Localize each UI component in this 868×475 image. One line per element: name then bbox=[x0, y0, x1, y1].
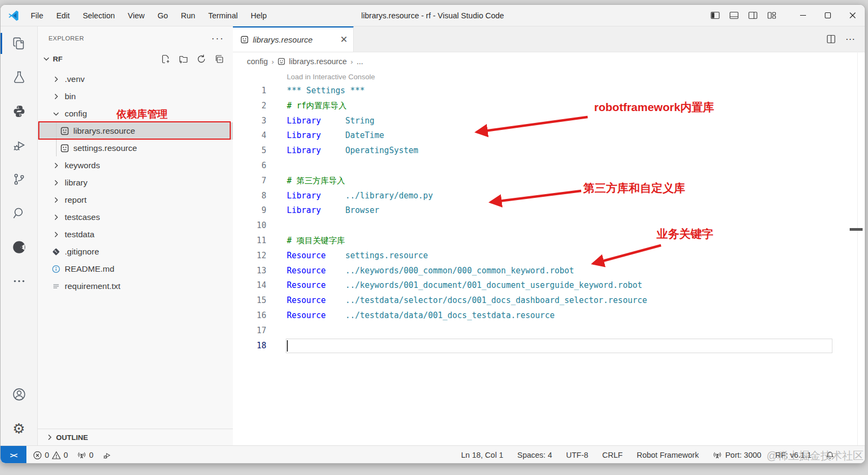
debug-status[interactable] bbox=[102, 451, 112, 460]
code-line-15[interactable]: 15Resource ../testdata/selector/docs/001… bbox=[233, 293, 865, 308]
ports-status[interactable]: 0 bbox=[77, 451, 93, 460]
tree-item-bin[interactable]: bin bbox=[38, 88, 233, 105]
chevron-right-icon bbox=[45, 433, 54, 442]
editor-group: librarys.resource ✕ ··· config › library… bbox=[233, 26, 865, 445]
toggle-secondary-sidebar-icon[interactable] bbox=[748, 11, 757, 20]
testing-icon[interactable] bbox=[1, 60, 37, 94]
tree-item-label: requirement.txt bbox=[65, 281, 120, 291]
customize-layout-icon[interactable] bbox=[767, 11, 776, 20]
code-line-16[interactable]: 16Resource ../testdata/data/001_docs_tes… bbox=[233, 308, 865, 323]
new-file-icon[interactable] bbox=[161, 54, 171, 64]
tree-item-keywords[interactable]: keywords bbox=[38, 157, 233, 174]
menu-item-terminal[interactable]: Terminal bbox=[203, 9, 243, 22]
editor-scrollbar[interactable] bbox=[857, 52, 865, 445]
code-lens-link[interactable]: Load in Interactive Console bbox=[233, 71, 865, 84]
menu-item-view[interactable]: View bbox=[122, 9, 150, 22]
menu-item-go[interactable]: Go bbox=[152, 9, 173, 22]
more-views-icon[interactable] bbox=[1, 264, 37, 298]
new-folder-icon[interactable] bbox=[178, 54, 189, 64]
text-file-icon bbox=[52, 282, 60, 291]
menu-item-selection[interactable]: Selection bbox=[77, 9, 120, 22]
code-text: Library DateTime bbox=[266, 128, 384, 143]
explorer-more-actions-icon[interactable]: ··· bbox=[211, 33, 224, 44]
account-icon[interactable] bbox=[1, 377, 37, 411]
tree-item-readme-md[interactable]: README.md bbox=[38, 260, 233, 278]
line-number: 16 bbox=[233, 308, 266, 323]
close-window-button[interactable] bbox=[840, 5, 865, 26]
breadcrumb-symbol[interactable]: ... bbox=[357, 57, 363, 66]
chevron-right-icon bbox=[52, 92, 60, 101]
tree-item-report[interactable]: report bbox=[38, 191, 233, 209]
code-line-14[interactable]: 14Resource ../keywords/001_document/001_… bbox=[233, 278, 865, 293]
editor-more-actions-icon[interactable]: ··· bbox=[845, 33, 855, 45]
tree-item-label: keywords bbox=[65, 161, 100, 170]
tab-librarys-resource[interactable]: librarys.resource ✕ bbox=[233, 26, 354, 52]
collapse-all-icon[interactable] bbox=[214, 54, 224, 64]
code-line-2[interactable]: 2# rf内置库导入 bbox=[233, 99, 865, 114]
code-line-11[interactable]: 11# 项目关键字库 bbox=[233, 233, 865, 249]
code-line-10[interactable]: 10 bbox=[233, 218, 865, 233]
source-control-icon[interactable] bbox=[1, 162, 37, 196]
extension-circle-icon[interactable] bbox=[1, 230, 37, 264]
tree-item-testcases[interactable]: testcases bbox=[38, 209, 233, 226]
status-item-rf-v6-1-1[interactable]: RF: v6.1.1 bbox=[775, 451, 811, 459]
bell-icon bbox=[825, 451, 835, 460]
menu-item-run[interactable]: Run bbox=[176, 9, 201, 22]
code-line-1[interactable]: 1*** Settings *** bbox=[233, 84, 865, 99]
breadcrumb-config[interactable]: config bbox=[247, 57, 268, 66]
code-text bbox=[266, 323, 287, 339]
tree-item-librarys-resource[interactable]: librarys.resource bbox=[38, 122, 233, 140]
code-line-4[interactable]: 4Library DateTime bbox=[233, 128, 865, 143]
code-line-7[interactable]: 7# 第三方库导入 bbox=[233, 174, 865, 189]
code-line-12[interactable]: 12Resource settings.resource bbox=[233, 249, 865, 264]
status-item-crlf[interactable]: CRLF bbox=[602, 451, 623, 459]
search-icon[interactable] bbox=[1, 196, 37, 230]
code-area[interactable]: 1*** Settings ***2# rf内置库导入3Library Stri… bbox=[233, 84, 865, 353]
menu-item-edit[interactable]: Edit bbox=[51, 9, 75, 22]
menu-item-file[interactable]: File bbox=[25, 9, 49, 22]
status-item-robot-framework[interactable]: Robot Framework bbox=[637, 451, 699, 459]
status-item-ln-18-col-1[interactable]: Ln 18, Col 1 bbox=[461, 451, 503, 459]
refresh-icon[interactable] bbox=[196, 54, 206, 64]
outline-section[interactable]: OUTLINE bbox=[38, 429, 233, 445]
toggle-primary-sidebar-icon[interactable] bbox=[711, 11, 720, 20]
split-editor-icon[interactable] bbox=[826, 35, 836, 44]
settings-gear-icon[interactable]: ⚙ bbox=[1, 411, 37, 445]
tree-item-label: config bbox=[65, 109, 87, 119]
status-item-bell[interactable] bbox=[825, 451, 835, 460]
code-line-13[interactable]: 13Resource ../keywords/000_common/000_co… bbox=[233, 264, 865, 279]
minimize-button[interactable] bbox=[790, 5, 815, 26]
current-line-highlight bbox=[286, 339, 832, 354]
explorer-section-rf[interactable]: RF bbox=[38, 50, 233, 67]
breadcrumb-file[interactable]: librarys.resource bbox=[289, 57, 347, 66]
toggle-panel-icon[interactable] bbox=[729, 11, 739, 20]
tree-item--gitignore[interactable]: .gitignore bbox=[38, 243, 233, 260]
code-line-5[interactable]: 5Library OperatingSystem bbox=[233, 143, 865, 159]
tab-close-icon[interactable]: ✕ bbox=[340, 34, 348, 45]
code-text: # 第三方库导入 bbox=[266, 174, 345, 189]
python-icon[interactable] bbox=[1, 94, 37, 128]
remote-indicator[interactable]: >< bbox=[1, 446, 26, 464]
code-line-9[interactable]: 9Library Browser bbox=[233, 203, 865, 218]
code-line-17[interactable]: 17 bbox=[233, 323, 865, 339]
status-item-spaces-4[interactable]: Spaces: 4 bbox=[517, 451, 552, 459]
tree-item-settings-resource[interactable]: settings.resource bbox=[38, 140, 233, 157]
tree-item-testdata[interactable]: testdata bbox=[38, 226, 233, 243]
code-line-18[interactable]: 18 bbox=[233, 339, 865, 354]
problems-status[interactable]: 0 0 bbox=[33, 451, 68, 460]
status-item-utf-8[interactable]: UTF-8 bbox=[566, 451, 588, 459]
run-and-debug-icon[interactable] bbox=[1, 128, 37, 162]
tree-item-label: testcases bbox=[65, 212, 100, 222]
status-item-port-3000[interactable]: Port: 3000 bbox=[713, 451, 761, 460]
code-text: Resource ../keywords/001_document/001_do… bbox=[266, 278, 642, 293]
code-line-6[interactable]: 6 bbox=[233, 159, 865, 174]
explorer-icon[interactable] bbox=[1, 26, 37, 60]
tree-item-requirement-txt[interactable]: requirement.txt bbox=[38, 278, 233, 295]
code-line-8[interactable]: 8Library ../library/demo.py bbox=[233, 189, 865, 204]
tree-item-library[interactable]: library bbox=[38, 174, 233, 191]
tree-item--venv[interactable]: .venv bbox=[38, 71, 233, 88]
maximize-button[interactable] bbox=[815, 5, 840, 26]
menu-item-help[interactable]: Help bbox=[245, 9, 272, 22]
chevron-right-icon: › bbox=[272, 58, 274, 66]
code-line-3[interactable]: 3Library String bbox=[233, 114, 865, 129]
